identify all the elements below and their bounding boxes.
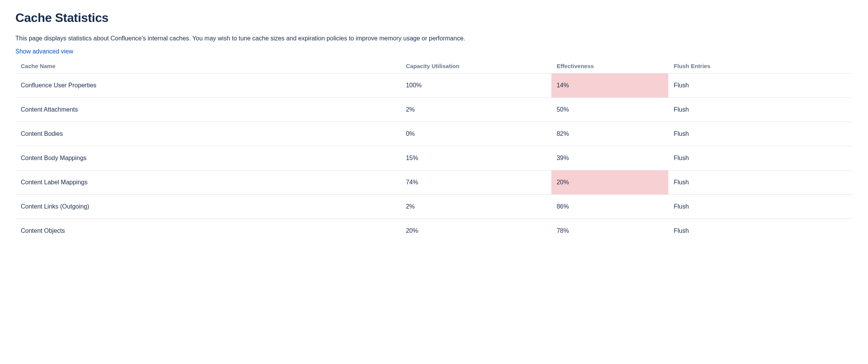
capacity-utilisation-cell: 15% bbox=[401, 146, 551, 170]
flush-link[interactable]: Flush bbox=[674, 179, 689, 185]
effectiveness-value: 50% bbox=[551, 98, 669, 122]
table-row: Content Objects20%78%Flush bbox=[15, 219, 853, 243]
cache-name-cell: Content Label Mappings bbox=[15, 170, 401, 195]
table-row: Content Bodies0%82%Flush bbox=[15, 122, 853, 146]
flush-link[interactable]: Flush bbox=[674, 155, 689, 161]
effectiveness-value: 82% bbox=[551, 122, 669, 146]
capacity-utilisation-cell: 2% bbox=[401, 98, 551, 122]
show-advanced-view-link[interactable]: Show advanced view bbox=[15, 48, 73, 55]
effectiveness-cell: 14% bbox=[551, 73, 669, 98]
cache-statistics-table: Cache Name Capacity Utilisation Effectiv… bbox=[15, 59, 853, 243]
flush-link[interactable]: Flush bbox=[674, 227, 689, 234]
flush-link[interactable]: Flush bbox=[674, 106, 689, 113]
table-row: Confluence User Properties100%14%Flush bbox=[15, 73, 853, 98]
effectiveness-cell: 50% bbox=[551, 98, 669, 122]
capacity-utilisation-cell: 2% bbox=[401, 195, 551, 219]
capacity-utilisation-cell: 74% bbox=[401, 170, 551, 195]
header-flush-entries: Flush Entries bbox=[668, 59, 853, 73]
effectiveness-cell: 39% bbox=[551, 146, 669, 170]
flush-link[interactable]: Flush bbox=[674, 82, 689, 88]
cache-name-cell: Confluence User Properties bbox=[15, 73, 401, 98]
effectiveness-cell: 20% bbox=[551, 170, 669, 195]
page-description: This page displays statistics about Conf… bbox=[15, 34, 853, 43]
cache-name-cell: Content Links (Outgoing) bbox=[15, 195, 401, 219]
cache-name-cell: Content Bodies bbox=[15, 122, 401, 146]
effectiveness-value: 78% bbox=[551, 219, 669, 243]
page-title: Cache Statistics bbox=[15, 11, 853, 25]
cache-name-cell: Content Body Mappings bbox=[15, 146, 401, 170]
effectiveness-value: 20% bbox=[551, 170, 669, 194]
table-row: Content Attachments2%50%Flush bbox=[15, 98, 853, 122]
table-header-row: Cache Name Capacity Utilisation Effectiv… bbox=[15, 59, 853, 73]
header-cache-name: Cache Name bbox=[15, 59, 401, 73]
table-row: Content Body Mappings15%39%Flush bbox=[15, 146, 853, 170]
flush-entries-cell: Flush bbox=[668, 219, 853, 243]
cache-name-cell: Content Attachments bbox=[15, 98, 401, 122]
flush-entries-cell: Flush bbox=[668, 146, 853, 170]
flush-entries-cell: Flush bbox=[668, 73, 853, 98]
effectiveness-value: 86% bbox=[551, 195, 669, 219]
capacity-utilisation-cell: 0% bbox=[401, 122, 551, 146]
header-capacity-utilisation: Capacity Utilisation bbox=[401, 59, 551, 73]
capacity-utilisation-cell: 100% bbox=[401, 73, 551, 98]
flush-entries-cell: Flush bbox=[668, 98, 853, 122]
effectiveness-cell: 82% bbox=[551, 122, 669, 146]
effectiveness-cell: 78% bbox=[551, 219, 669, 243]
table-row: Content Label Mappings74%20%Flush bbox=[15, 170, 853, 195]
cache-name-cell: Content Objects bbox=[15, 219, 401, 243]
effectiveness-value: 39% bbox=[551, 146, 669, 170]
capacity-utilisation-cell: 20% bbox=[401, 219, 551, 243]
effectiveness-cell: 86% bbox=[551, 195, 669, 219]
flush-link[interactable]: Flush bbox=[674, 203, 689, 210]
flush-link[interactable]: Flush bbox=[674, 130, 689, 137]
flush-entries-cell: Flush bbox=[668, 122, 853, 146]
flush-entries-cell: Flush bbox=[668, 170, 853, 195]
header-effectiveness: Effectiveness bbox=[551, 59, 669, 73]
effectiveness-value: 14% bbox=[551, 73, 669, 97]
table-row: Content Links (Outgoing)2%86%Flush bbox=[15, 195, 853, 219]
flush-entries-cell: Flush bbox=[668, 195, 853, 219]
